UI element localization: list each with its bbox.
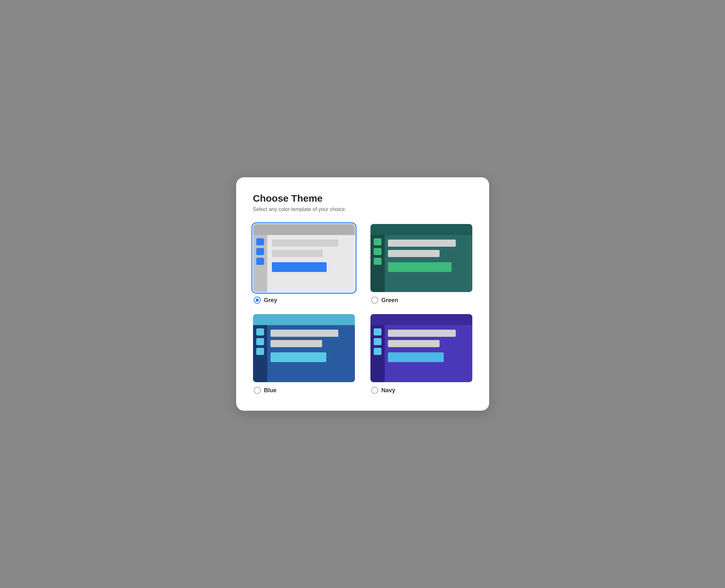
blue-content-bar-3 [270,352,326,362]
theme-preview-blue [253,314,355,382]
theme-option-navy[interactable]: Navy [370,314,472,394]
green-sb-icon-1 [374,238,381,245]
grey-label-row: Grey [253,297,355,304]
blue-content [267,325,355,382]
blue-sb-icon-1 [256,328,264,335]
theme-option-blue[interactable]: Blue [253,314,355,394]
blue-sb-icon-2 [256,338,264,345]
navy-content-bar-1 [388,330,456,337]
theme-preview-green [370,224,472,292]
navy-content-bar-3 [388,352,444,362]
navy-sb-icon-2 [374,338,381,345]
green-theme-name: Green [381,297,398,304]
blue-sb-icon-3 [256,348,264,355]
blue-content-bar-1 [270,330,338,337]
choose-theme-card: Choose Theme Select any color template o… [236,177,489,411]
blue-content-bar-2 [270,340,322,347]
grey-theme-name: Grey [264,297,277,304]
navy-sb-icon-3 [374,348,381,355]
grey-content-bar-3 [272,262,327,272]
navy-body-area [370,325,472,382]
navy-label-row: Navy [370,387,472,394]
green-radio[interactable] [371,297,378,304]
grey-content-bar-2 [272,250,323,257]
green-content-bar-3 [388,262,452,272]
grey-radio[interactable] [254,297,261,304]
navy-sb-icon-1 [374,328,381,335]
navy-theme-name: Navy [381,387,396,394]
grey-sb-icon-3 [256,258,264,265]
blue-header-bar [253,314,355,325]
green-content-bar-2 [388,250,440,257]
blue-radio[interactable] [254,387,261,394]
navy-sidebar [370,325,385,382]
grey-content [267,235,355,292]
green-label-row: Green [370,297,472,304]
green-body-area [370,235,472,292]
grey-sidebar [253,235,267,292]
navy-content [385,325,472,382]
navy-header-bar [370,314,472,325]
theme-option-green[interactable]: Green [370,224,472,304]
theme-option-grey[interactable]: Grey [253,224,355,304]
grey-content-bar-1 [272,239,339,247]
blue-body-area [253,325,355,382]
grey-sb-icon-1 [256,238,264,245]
theme-preview-navy [370,314,472,382]
green-sb-icon-3 [374,258,381,265]
grey-body-area [253,235,355,292]
blue-theme-name: Blue [264,387,277,394]
card-title: Choose Theme [253,193,472,204]
navy-content-bar-2 [388,340,440,347]
themes-grid: Grey [253,224,472,394]
green-sb-icon-2 [374,248,381,255]
green-sidebar [370,235,385,292]
card-subtitle: Select any color template of your choice… [253,207,472,212]
green-content [385,235,472,292]
green-content-bar-1 [388,239,456,247]
grey-header-bar [253,224,355,235]
blue-sidebar [253,325,267,382]
grey-sb-icon-2 [256,248,264,255]
navy-radio[interactable] [371,387,378,394]
blue-label-row: Blue [253,387,355,394]
green-header-bar [370,224,472,235]
theme-preview-grey [253,224,355,292]
